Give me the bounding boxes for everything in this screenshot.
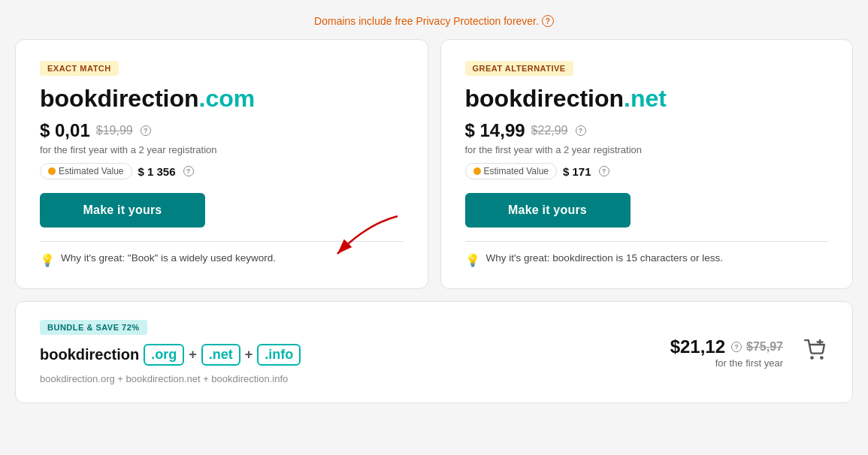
price-old-net: $22,99: [531, 124, 568, 137]
exact-match-badge: EXACT MATCH: [40, 61, 119, 76]
why-great-text-com: Why it's great: "Book" is a widely used …: [61, 252, 276, 264]
estimated-dot-net: [473, 167, 481, 175]
price-note-net: for the first year with a 2 year registr…: [465, 144, 829, 155]
top-banner: Domains include free Privacy Protection …: [15, 15, 853, 27]
svg-point-1: [811, 357, 812, 358]
divider-com: [40, 241, 404, 242]
price-info-icon-com[interactable]: ?: [141, 125, 151, 136]
divider-net: [465, 241, 829, 242]
bundle-domain-base: bookdirection: [40, 346, 139, 363]
bundle-price-info-icon[interactable]: ?: [731, 342, 742, 352]
bundle-left: BUNDLE & SAVE 72% bookdirection .org + .…: [40, 320, 301, 384]
domain-tld-com: .com: [199, 85, 256, 112]
domain-base-net: bookdirection: [465, 85, 625, 112]
estimated-info-icon-net[interactable]: ?: [599, 166, 609, 176]
bundle-domains-row: bookdirection .org + .net + .info: [40, 344, 301, 366]
price-row-net: $ 14,99 $22,99 ?: [465, 120, 829, 141]
estimated-info-icon-com[interactable]: ?: [183, 166, 194, 176]
bundle-subtext: bookdirection.org + bookdirection.net + …: [40, 373, 301, 384]
domain-name-com: bookdirection.com: [40, 85, 404, 113]
bundle-price-old: $75,97: [746, 340, 783, 354]
add-to-cart-button[interactable]: [801, 336, 828, 369]
estimated-label-net: Estimated Value: [484, 166, 549, 176]
estimated-row-com: Estimated Value $ 1 356 ?: [40, 163, 404, 179]
why-great-net: 💡 Why it's great: bookdirection is 15 ch…: [465, 252, 829, 267]
estimated-value-net: $ 171: [563, 165, 591, 178]
bundle-plus-2: +: [245, 347, 253, 363]
great-alt-badge: GREAT ALTERNATIVE: [465, 61, 573, 76]
make-it-yours-button-com[interactable]: Make it yours: [40, 193, 205, 228]
bundle-price-new: $21,12: [670, 336, 725, 357]
estimated-badge-net: Estimated Value: [465, 163, 558, 179]
price-new-net: $ 14,99: [465, 120, 525, 141]
estimated-dot-com: [48, 167, 56, 175]
banner-info-icon[interactable]: ?: [542, 15, 554, 27]
bundle-price-main: $21,12 ? $75,97: [670, 336, 783, 357]
price-note-com: for the first year with a 2 year registr…: [40, 144, 404, 155]
estimated-badge-com: Estimated Value: [40, 163, 132, 179]
domain-card-net: GREAT ALTERNATIVE bookdirection.net $ 14…: [440, 39, 854, 289]
domain-cards-row: EXACT MATCH bookdirection.com $ 0,01 $19…: [15, 39, 853, 289]
domain-base-com: bookdirection: [40, 85, 199, 112]
estimated-value-com: $ 1 356: [138, 165, 176, 178]
estimated-row-net: Estimated Value $ 171 ?: [465, 163, 829, 179]
lightbulb-icon-com: 💡: [40, 253, 55, 267]
bundle-tld-org: .org: [144, 344, 184, 366]
domain-name-net: bookdirection.net: [465, 85, 829, 113]
estimated-label-com: Estimated Value: [59, 166, 124, 176]
domain-tld-net: .net: [624, 85, 667, 112]
price-old-com: $19,99: [96, 124, 133, 137]
price-row-com: $ 0,01 $19,99 ?: [40, 120, 404, 141]
make-it-yours-button-net[interactable]: Make it yours: [465, 193, 631, 228]
why-great-text-net: Why it's great: bookdirection is 15 char…: [486, 252, 723, 264]
bundle-tld-info: .info: [257, 344, 301, 366]
bundle-plus-1: +: [189, 347, 197, 363]
svg-point-2: [821, 357, 822, 358]
lightbulb-icon-net: 💡: [465, 253, 480, 267]
price-new-com: $ 0,01: [40, 120, 90, 141]
bundle-badge: BUNDLE & SAVE 72%: [40, 320, 147, 335]
why-great-com: 💡 Why it's great: "Book" is a widely use…: [40, 252, 404, 267]
domain-card-com: EXACT MATCH bookdirection.com $ 0,01 $19…: [15, 39, 428, 289]
bundle-tld-net: .net: [201, 344, 240, 366]
bundle-card: BUNDLE & SAVE 72% bookdirection .org + .…: [15, 301, 853, 403]
bundle-right: $21,12 ? $75,97 for the first year: [670, 336, 828, 369]
price-info-icon-net[interactable]: ?: [576, 125, 586, 136]
bundle-price-col: $21,12 ? $75,97 for the first year: [670, 336, 783, 369]
banner-text: Domains include free Privacy Protection …: [314, 15, 539, 27]
bundle-price-note: for the first year: [670, 357, 783, 369]
cart-icon: [804, 339, 825, 360]
